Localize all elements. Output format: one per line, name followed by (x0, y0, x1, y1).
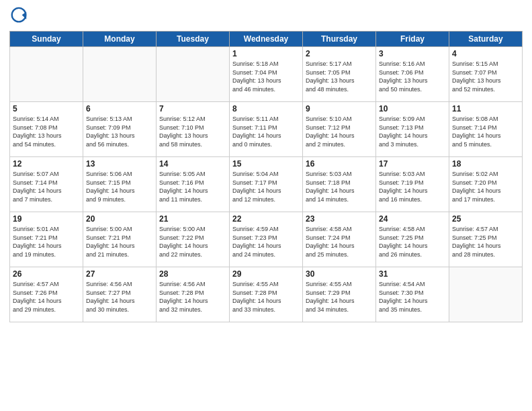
day-number: 6 (86, 104, 153, 113)
day-number: 20 (86, 214, 153, 224)
calendar-day-header: Thursday (303, 32, 376, 47)
calendar-cell: 11Sunrise: 5:08 AMSunset: 7:14 PMDayligh… (449, 102, 523, 157)
calendar-cell: 27Sunrise: 4:56 AMSunset: 7:27 PMDayligh… (83, 267, 157, 322)
day-number: 27 (86, 269, 153, 279)
calendar-header-row: SundayMondayTuesdayWednesdayThursdayFrid… (10, 32, 523, 47)
cell-info: Sunrise: 5:03 AMSunset: 7:19 PMDaylight:… (379, 170, 446, 203)
calendar-week-row: 1Sunrise: 5:18 AMSunset: 7:04 PMDaylight… (10, 47, 523, 102)
calendar-cell: 25Sunrise: 4:57 AMSunset: 7:25 PMDayligh… (449, 212, 523, 267)
calendar-day-header: Monday (83, 32, 157, 47)
cell-info: Sunrise: 5:01 AMSunset: 7:21 PMDaylight:… (13, 225, 80, 259)
cell-info: Sunrise: 5:10 AMSunset: 7:12 PMDaylight:… (306, 115, 373, 148)
day-number: 23 (306, 214, 373, 224)
calendar-cell (157, 47, 230, 102)
cell-info: Sunrise: 5:13 AMSunset: 7:09 PMDaylight:… (86, 115, 153, 148)
calendar-cell: 8Sunrise: 5:11 AMSunset: 7:11 PMDaylight… (230, 102, 303, 157)
day-number: 4 (452, 49, 519, 58)
day-number: 30 (306, 269, 373, 279)
calendar-cell: 20Sunrise: 5:00 AMSunset: 7:21 PMDayligh… (83, 212, 157, 267)
calendar-table: SundayMondayTuesdayWednesdayThursdayFrid… (9, 31, 523, 322)
day-number: 29 (232, 269, 300, 279)
day-number: 9 (306, 104, 373, 113)
calendar-cell: 23Sunrise: 4:58 AMSunset: 7:24 PMDayligh… (303, 212, 376, 267)
calendar-week-row: 19Sunrise: 5:01 AMSunset: 7:21 PMDayligh… (10, 212, 523, 267)
day-number: 21 (159, 214, 226, 224)
calendar-cell: 2Sunrise: 5:17 AMSunset: 7:05 PMDaylight… (303, 47, 376, 102)
day-number: 18 (452, 159, 519, 169)
cell-info: Sunrise: 4:56 AMSunset: 7:28 PMDaylight:… (159, 280, 226, 314)
logo-icon (9, 7, 28, 26)
day-number: 15 (232, 159, 300, 169)
calendar-cell: 4Sunrise: 5:15 AMSunset: 7:07 PMDaylight… (449, 47, 523, 102)
cell-info: Sunrise: 5:06 AMSunset: 7:15 PMDaylight:… (86, 170, 153, 203)
calendar-cell: 31Sunrise: 4:54 AMSunset: 7:30 PMDayligh… (376, 267, 449, 322)
day-number: 13 (86, 159, 153, 169)
cell-info: Sunrise: 5:15 AMSunset: 7:07 PMDaylight:… (452, 60, 519, 93)
day-number: 25 (452, 214, 519, 224)
calendar-week-row: 5Sunrise: 5:14 AMSunset: 7:08 PMDaylight… (10, 102, 523, 157)
day-number: 5 (13, 104, 80, 113)
cell-info: Sunrise: 4:57 AMSunset: 7:26 PMDaylight:… (13, 280, 80, 314)
cell-info: Sunrise: 5:07 AMSunset: 7:14 PMDaylight:… (13, 170, 80, 203)
calendar-cell: 6Sunrise: 5:13 AMSunset: 7:09 PMDaylight… (83, 102, 157, 157)
calendar-cell: 21Sunrise: 5:00 AMSunset: 7:22 PMDayligh… (157, 212, 230, 267)
calendar-cell: 5Sunrise: 5:14 AMSunset: 7:08 PMDaylight… (10, 102, 83, 157)
day-number: 28 (159, 269, 226, 279)
cell-info: Sunrise: 5:14 AMSunset: 7:08 PMDaylight:… (13, 115, 80, 148)
calendar-cell (83, 47, 157, 102)
calendar-day-header: Tuesday (157, 32, 230, 47)
cell-info: Sunrise: 5:00 AMSunset: 7:22 PMDaylight:… (159, 225, 226, 259)
calendar-cell: 24Sunrise: 4:58 AMSunset: 7:25 PMDayligh… (376, 212, 449, 267)
cell-info: Sunrise: 4:54 AMSunset: 7:30 PMDaylight:… (379, 280, 446, 314)
calendar-cell: 29Sunrise: 4:55 AMSunset: 7:28 PMDayligh… (230, 267, 303, 322)
day-number: 12 (13, 159, 80, 169)
cell-info: Sunrise: 4:55 AMSunset: 7:29 PMDaylight:… (306, 280, 373, 314)
calendar-cell: 9Sunrise: 5:10 AMSunset: 7:12 PMDaylight… (303, 102, 376, 157)
day-number: 14 (159, 159, 226, 169)
cell-info: Sunrise: 5:04 AMSunset: 7:17 PMDaylight:… (232, 170, 300, 203)
calendar-cell: 10Sunrise: 5:09 AMSunset: 7:13 PMDayligh… (376, 102, 449, 157)
calendar-cell: 3Sunrise: 5:16 AMSunset: 7:06 PMDaylight… (376, 47, 449, 102)
cell-info: Sunrise: 5:17 AMSunset: 7:05 PMDaylight:… (306, 60, 373, 93)
calendar-cell: 13Sunrise: 5:06 AMSunset: 7:15 PMDayligh… (83, 157, 157, 212)
day-number: 26 (13, 269, 80, 279)
calendar-day-header: Saturday (449, 32, 523, 47)
calendar-cell: 1Sunrise: 5:18 AMSunset: 7:04 PMDaylight… (230, 47, 303, 102)
page-container: SundayMondayTuesdayWednesdayThursdayFrid… (0, 0, 532, 329)
calendar-cell (10, 47, 83, 102)
cell-info: Sunrise: 5:09 AMSunset: 7:13 PMDaylight:… (379, 115, 446, 148)
calendar-cell: 14Sunrise: 5:05 AMSunset: 7:16 PMDayligh… (157, 157, 230, 212)
calendar-week-row: 26Sunrise: 4:57 AMSunset: 7:26 PMDayligh… (10, 267, 523, 322)
calendar-cell: 7Sunrise: 5:12 AMSunset: 7:10 PMDaylight… (157, 102, 230, 157)
day-number: 8 (232, 104, 300, 113)
cell-info: Sunrise: 5:03 AMSunset: 7:18 PMDaylight:… (306, 170, 373, 203)
cell-info: Sunrise: 4:58 AMSunset: 7:24 PMDaylight:… (306, 225, 373, 259)
calendar-cell: 19Sunrise: 5:01 AMSunset: 7:21 PMDayligh… (10, 212, 83, 267)
day-number: 7 (159, 104, 226, 113)
cell-info: Sunrise: 5:08 AMSunset: 7:14 PMDaylight:… (452, 115, 519, 148)
calendar-day-header: Friday (376, 32, 449, 47)
day-number: 3 (379, 49, 446, 58)
cell-info: Sunrise: 4:59 AMSunset: 7:23 PMDaylight:… (232, 225, 300, 259)
day-number: 17 (379, 159, 446, 169)
calendar-day-header: Sunday (10, 32, 83, 47)
cell-info: Sunrise: 5:11 AMSunset: 7:11 PMDaylight:… (232, 115, 300, 148)
day-number: 16 (306, 159, 373, 169)
calendar-cell: 30Sunrise: 4:55 AMSunset: 7:29 PMDayligh… (303, 267, 376, 322)
calendar-cell: 18Sunrise: 5:02 AMSunset: 7:20 PMDayligh… (449, 157, 523, 212)
cell-info: Sunrise: 4:58 AMSunset: 7:25 PMDaylight:… (379, 225, 446, 259)
cell-info: Sunrise: 5:12 AMSunset: 7:10 PMDaylight:… (159, 115, 226, 148)
calendar-cell: 16Sunrise: 5:03 AMSunset: 7:18 PMDayligh… (303, 157, 376, 212)
day-number: 19 (13, 214, 80, 224)
calendar-cell: 17Sunrise: 5:03 AMSunset: 7:19 PMDayligh… (376, 157, 449, 212)
day-number: 1 (232, 49, 300, 58)
day-number: 22 (232, 214, 300, 224)
logo (9, 7, 30, 26)
cell-info: Sunrise: 5:16 AMSunset: 7:06 PMDaylight:… (379, 60, 446, 93)
calendar-day-header: Wednesday (230, 32, 303, 47)
day-number: 24 (379, 214, 446, 224)
day-number: 10 (379, 104, 446, 113)
day-number: 2 (306, 49, 373, 58)
cell-info: Sunrise: 4:55 AMSunset: 7:28 PMDaylight:… (232, 280, 300, 314)
calendar-week-row: 12Sunrise: 5:07 AMSunset: 7:14 PMDayligh… (10, 157, 523, 212)
